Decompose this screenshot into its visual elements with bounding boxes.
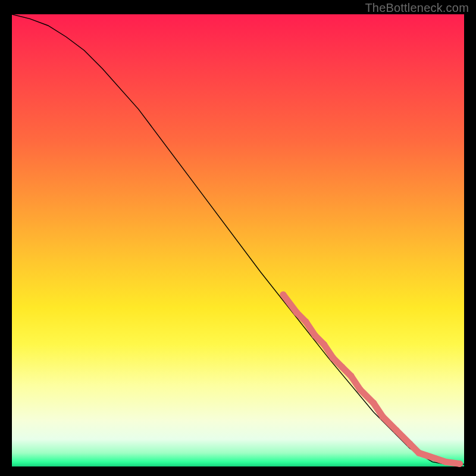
plot-area bbox=[12, 14, 464, 466]
highlight-point bbox=[293, 309, 300, 316]
highlight-point bbox=[312, 332, 318, 339]
watermark-text: TheBottleneck.com bbox=[365, 1, 469, 15]
highlight-point bbox=[321, 341, 327, 347]
chart-overlay bbox=[12, 14, 464, 466]
highlight-point bbox=[380, 414, 386, 420]
highlight-point bbox=[443, 459, 449, 465]
highlight-point bbox=[406, 441, 413, 447]
highlight-point bbox=[371, 400, 377, 406]
highlight-point bbox=[303, 318, 309, 325]
highlight-point bbox=[339, 364, 345, 370]
highlight-segments bbox=[283, 295, 459, 464]
highlight-point bbox=[280, 292, 287, 298]
highlight-segment bbox=[419, 453, 446, 462]
highlight-point bbox=[416, 450, 422, 456]
highlight-point bbox=[357, 386, 364, 393]
bottleneck-curve bbox=[12, 14, 464, 464]
highlight-point bbox=[456, 461, 463, 467]
highlight-point bbox=[330, 355, 336, 361]
highlight-point bbox=[348, 373, 355, 380]
highlight-points bbox=[280, 292, 463, 467]
highlight-point bbox=[393, 427, 400, 434]
chart-stage: TheBottleneck.com bbox=[0, 0, 476, 476]
